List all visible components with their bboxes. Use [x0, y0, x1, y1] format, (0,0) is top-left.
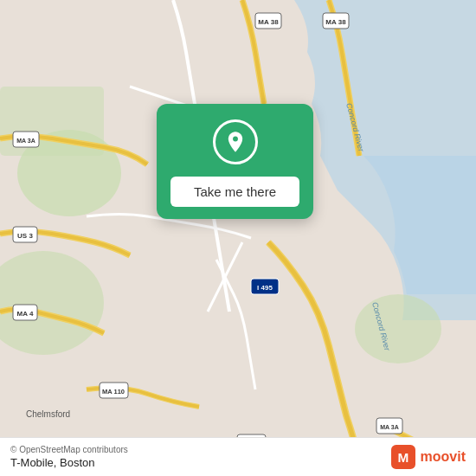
pin-icon-wrap	[213, 119, 258, 164]
svg-point-3	[355, 294, 441, 363]
moovit-icon: M	[391, 445, 415, 469]
moovit-text: moovit	[421, 449, 466, 465]
svg-text:MA 38: MA 38	[325, 18, 346, 26]
svg-text:MA 3A: MA 3A	[380, 424, 399, 430]
svg-text:MA 4: MA 4	[17, 310, 34, 318]
map-container: MA 38 MA 38 MA 3A US 3 MA 4 MA 110 I 495…	[0, 0, 476, 476]
svg-text:Chelmsford: Chelmsford	[26, 409, 70, 419]
bottom-bar: © OpenStreetMap contributors T-Mobile, B…	[0, 437, 476, 476]
bottom-left-info: © OpenStreetMap contributors T-Mobile, B…	[10, 445, 128, 469]
svg-text:I 495: I 495	[257, 284, 273, 292]
take-me-there-button[interactable]: Take me there	[170, 177, 299, 207]
svg-text:M: M	[397, 450, 408, 465]
svg-text:MA 38: MA 38	[258, 18, 279, 26]
moovit-logo: M moovit	[391, 445, 466, 469]
svg-text:MA 110: MA 110	[102, 388, 125, 396]
svg-point-26	[233, 137, 238, 142]
popup-card: Take me there	[157, 104, 313, 219]
location-label: T-Mobile, Boston	[10, 456, 128, 469]
svg-text:MA 3A: MA 3A	[16, 138, 35, 144]
osm-attribution: © OpenStreetMap contributors	[10, 445, 128, 454]
map-background: MA 38 MA 38 MA 3A US 3 MA 4 MA 110 I 495…	[0, 0, 476, 476]
location-pin-icon	[223, 130, 248, 154]
svg-text:US 3: US 3	[17, 232, 33, 240]
